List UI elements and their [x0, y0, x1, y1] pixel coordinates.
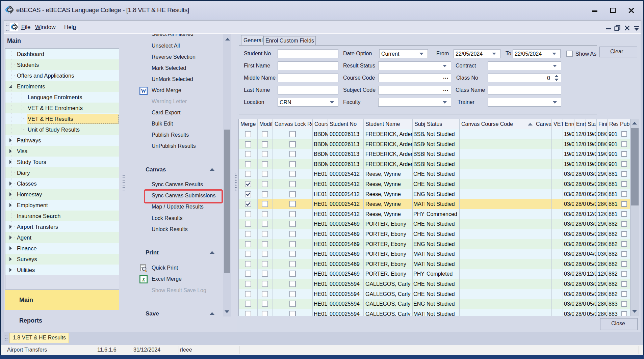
svg-text:W: W — [141, 88, 146, 94]
svg-text:X: X — [141, 277, 146, 282]
